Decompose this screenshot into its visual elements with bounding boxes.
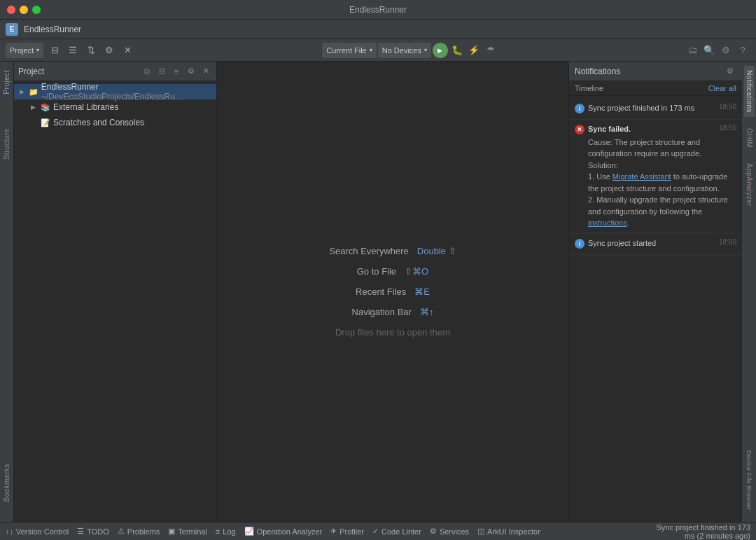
instructions-link[interactable]: instructions — [588, 219, 627, 227]
problems-tab[interactable]: ⚠ Problems — [118, 527, 160, 536]
no-devices-arrow: ▾ — [424, 47, 427, 53]
left-panel-strip: Project Structure Bookmarks — [0, 62, 14, 522]
services-tab[interactable]: ⚙ Services — [430, 527, 469, 536]
clear-all-btn[interactable]: Clear all — [708, 84, 736, 92]
root-arrow-icon: ▶ — [20, 88, 26, 95]
search-btn[interactable]: 🔍 — [701, 43, 717, 58]
right-tab-appanalyzer[interactable]: AppAnalyzer — [744, 159, 755, 211]
notif-time-1: 18:50 — [719, 103, 736, 111]
log-icon: ≡ — [216, 527, 220, 536]
project-list-btn[interactable]: ≡ — [170, 65, 183, 78]
hint-drop: Drop files here to open them — [335, 327, 450, 338]
tree-item-root[interactable]: ▶ 📁 EndlessRunner ~/DevEcoStudioProjects… — [14, 84, 216, 99]
current-file-arrow: ▾ — [370, 47, 372, 53]
close-button[interactable] — [7, 6, 15, 14]
window-title: EndlessRunner — [349, 5, 407, 15]
scratches-icon: 📝 — [41, 118, 50, 127]
notif-item-3-header: i Sync project started 18:50 — [575, 238, 736, 249]
notifications-list: i Sync project finished in 173 ms 18:50 … — [569, 96, 742, 522]
services-label: Services — [440, 527, 469, 536]
scratches-label: Scratches and Consoles — [53, 118, 144, 127]
goto-hint-label: Go to File — [357, 266, 396, 277]
app-icon: E — [6, 23, 18, 36]
tree-item-scratches[interactable]: 📝 Scratches and Consoles — [14, 115, 216, 130]
left-tab-structure[interactable]: Structure — [1, 123, 12, 165]
app-name: EndlessRunner — [24, 25, 81, 34]
project-header-icons: ◎ ⊟ ≡ ⚙ ✕ — [141, 65, 212, 78]
hint-navbar: Navigation Bar ⌘↑ — [352, 307, 434, 317]
toolbar-settings-btn[interactable]: ⚙ — [101, 42, 118, 59]
left-tab-project[interactable]: Project — [1, 64, 12, 100]
project-panel-header: Project ◎ ⊟ ≡ ⚙ ✕ — [14, 62, 216, 81]
notif-info-icon-1: i — [575, 104, 584, 113]
current-file-dropdown[interactable]: Current File ▾ — [322, 43, 376, 58]
project-tree: ▶ 📁 EndlessRunner ~/DevEcoStudioProjects… — [14, 81, 216, 522]
notif-item-sync-failed: ✕ Sync failed. 18:50 Cause: The project … — [569, 120, 742, 233]
arkui-inspector-tab[interactable]: ◫ ArkUI Inspector — [477, 527, 540, 536]
notif-item-sync-done: i Sync project finished in 173 ms 18:50 — [569, 99, 742, 120]
tree-item-external[interactable]: ▶ 📚 External Libraries — [14, 99, 216, 115]
code-linter-tab[interactable]: ✓ Code Linter — [372, 527, 421, 536]
notifications-panel: Notifications ⚙ Timeline Clear all i Syn… — [568, 62, 742, 522]
notif-settings-btn[interactable]: ⚙ — [724, 65, 736, 78]
problems-label: Problems — [127, 527, 160, 536]
terminal-icon: ▣ — [168, 527, 175, 536]
version-control-icon: ↑↓ — [6, 527, 13, 536]
profiler-tab[interactable]: ✈ Profiler — [330, 527, 364, 536]
coverage-button[interactable]: ☂ — [483, 43, 498, 58]
notifications-timeline-row: Timeline Clear all — [569, 81, 742, 96]
navbar-hint-label: Navigation Bar — [352, 307, 412, 317]
toolbar-list-btn[interactable]: ☰ — [64, 42, 81, 59]
minimize-button[interactable] — [20, 6, 28, 14]
terminal-label: Terminal — [178, 527, 207, 536]
goto-hint-key: ⇧⌘O — [405, 266, 428, 277]
right-tab-ohim[interactable]: OHIM — [744, 124, 755, 152]
log-tab[interactable]: ≡ Log — [216, 527, 236, 536]
navbar-hint-key: ⌘↑ — [420, 307, 434, 317]
titlebar: EndlessRunner — [0, 0, 756, 20]
help-btn[interactable]: ? — [735, 43, 750, 58]
left-tab-bookmarks[interactable]: Bookmarks — [1, 458, 12, 508]
drop-hint-label: Drop files here to open them — [335, 327, 450, 338]
todo-tab[interactable]: ☰ TODO — [77, 527, 109, 536]
project-panel: Project ◎ ⊟ ≡ ⚙ ✕ ▶ 📁 EndlessRunner ~/De… — [14, 62, 217, 522]
notif-time-3: 18:50 — [719, 238, 736, 246]
migrate-assistant-link[interactable]: Migrate Assistant — [612, 172, 671, 181]
version-control-tab[interactable]: ↑↓ Version Control — [6, 527, 69, 536]
profiler-label: Profiler — [340, 527, 364, 536]
code-linter-icon: ✓ — [372, 527, 379, 536]
project-folder-icon: 📁 — [29, 88, 38, 97]
toolbar-collapse-btn[interactable]: ⊟ — [46, 42, 63, 59]
recent-hint-label: Recent Files — [356, 286, 406, 297]
services-icon: ⚙ — [430, 527, 437, 536]
toolbar-sort-btn[interactable]: ⇅ — [83, 42, 99, 59]
arkui-inspector-icon: ◫ — [477, 527, 484, 536]
timeline-label: Timeline — [575, 84, 708, 92]
no-devices-dropdown[interactable]: No Devices ▾ — [378, 43, 431, 58]
todo-icon: ☰ — [77, 527, 84, 536]
terminal-tab[interactable]: ▣ Terminal — [168, 527, 207, 536]
project-collapse-btn[interactable]: ⊟ — [155, 65, 168, 78]
maximize-button[interactable] — [32, 6, 41, 14]
profile-button[interactable]: ⚡ — [466, 43, 482, 58]
search-hint-key: Double ⇧ — [417, 246, 456, 256]
right-tab-notifications[interactable]: Notifications — [744, 66, 755, 117]
operation-analyzer-tab[interactable]: 📈 Operation Analyzer — [244, 527, 323, 536]
statusbar: ↑↓ Version Control ☰ TODO ⚠ Problems ▣ T… — [0, 522, 756, 540]
notif-item-sync-started: i Sync project started 18:50 — [569, 234, 742, 255]
notif-error-icon: ✕ — [575, 125, 584, 134]
right-tab-device-browser[interactable]: Device File Browser — [744, 446, 754, 515]
project-locate-btn[interactable]: ◎ — [141, 65, 153, 78]
project-structure-btn[interactable]: 🗂 — [685, 43, 700, 58]
settings-btn[interactable]: ⚙ — [718, 43, 734, 58]
notif-msg-3: Sync project started — [588, 238, 715, 249]
toolbar-close-btn[interactable]: ✕ — [119, 42, 136, 59]
project-dropdown[interactable]: Project ▾ — [6, 43, 43, 58]
operation-analyzer-label: Operation Analyzer — [257, 527, 323, 536]
notifications-title: Notifications — [575, 67, 721, 76]
project-dropdown-arrow: ▾ — [36, 47, 39, 53]
debug-button[interactable]: 🐛 — [449, 43, 465, 58]
project-gear-btn[interactable]: ⚙ — [185, 65, 197, 78]
run-button[interactable]: ▶ — [433, 43, 448, 58]
project-close-btn[interactable]: ✕ — [200, 65, 212, 78]
